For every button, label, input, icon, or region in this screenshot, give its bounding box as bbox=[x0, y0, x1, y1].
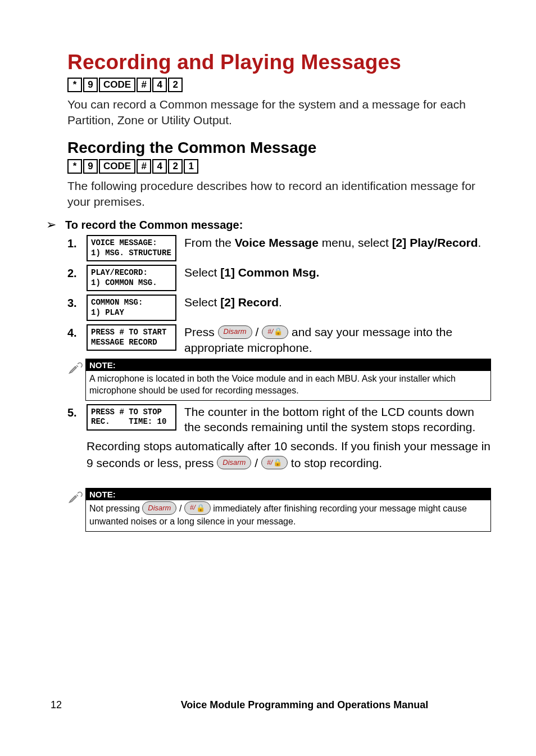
keypad-key: # bbox=[137, 78, 151, 92]
section-intro: The following procedure describes how to… bbox=[67, 178, 491, 210]
lcd-display: VOICE MESSAGE: 1) MSG. STRUCTURE bbox=[87, 235, 176, 261]
page-number: 12 bbox=[45, 699, 118, 711]
lcd-display: COMMON MSG: 1) PLAY bbox=[87, 295, 176, 321]
step-number: 2. bbox=[67, 265, 87, 280]
intro-text: You can record a Common message for the … bbox=[67, 97, 491, 129]
keypad-key: * bbox=[67, 159, 82, 174]
step-number: 3. bbox=[67, 295, 87, 310]
step-number: 4. bbox=[67, 324, 87, 339]
lcd-display: PLAY/RECORD: 1) COMMON MSG. bbox=[87, 265, 176, 291]
step-number: 1. bbox=[67, 235, 87, 250]
keypad-key: 2 bbox=[168, 159, 183, 174]
note-header: NOTE: bbox=[86, 488, 490, 500]
step-number: 5. bbox=[67, 404, 87, 419]
arrow-icon: ➢ bbox=[45, 219, 61, 231]
section-heading: Recording the Common Message bbox=[45, 139, 491, 157]
lcd-display: PRESS # TO STOP REC. TIME: 10 bbox=[87, 404, 176, 431]
hash-lock-button-icon: #/🔒 bbox=[261, 456, 288, 469]
step-5: 5. PRESS # TO STOP REC. TIME: 10 The cou… bbox=[67, 404, 491, 435]
step-4: 4. PRESS # TO START MESSAGE RECORD Press… bbox=[67, 324, 491, 355]
procedure-title: To record the Common message: bbox=[65, 219, 243, 232]
keypad-key: 9 bbox=[83, 78, 98, 92]
hash-lock-button-icon: #/🔒 bbox=[262, 325, 288, 339]
step-3: 3. COMMON MSG: 1) PLAY Select [2] Record… bbox=[67, 295, 491, 321]
lcd-display: PRESS # TO START MESSAGE RECORD bbox=[87, 324, 176, 351]
step-1: 1. VOICE MESSAGE: 1) MSG. STRUCTURE From… bbox=[67, 235, 491, 261]
step-text: Select [1] Common Msg. bbox=[184, 265, 491, 280]
note-icon bbox=[67, 359, 83, 374]
disarm-button-icon: Disarm bbox=[217, 456, 251, 469]
keypad-key: 2 bbox=[168, 78, 183, 92]
key-sequence-1: *9CODE#42 bbox=[67, 78, 491, 92]
page-title: Recording and Playing Messages bbox=[45, 51, 491, 74]
note-icon bbox=[67, 488, 83, 504]
keypad-key: 1 bbox=[184, 159, 198, 174]
step-text: The counter in the bottom right of the L… bbox=[184, 404, 491, 435]
hash-lock-button-icon: #/🔒 bbox=[184, 501, 211, 515]
disarm-button-icon: Disarm bbox=[142, 501, 176, 515]
step-text: From the Voice Message menu, select [2] … bbox=[184, 235, 491, 250]
disarm-button-icon: Disarm bbox=[218, 325, 252, 339]
footer-title: Voice Module Programming and Operations … bbox=[118, 699, 491, 711]
note-body: Not pressing Disarm / #/🔒 immediately af… bbox=[86, 500, 490, 531]
keypad-key: CODE bbox=[99, 159, 135, 174]
keypad-key: 9 bbox=[83, 159, 98, 174]
step-text: Press Disarm / #/🔒 and say your message … bbox=[184, 324, 491, 355]
keypad-key: 4 bbox=[152, 159, 167, 174]
note-header: NOTE: bbox=[86, 359, 490, 371]
keypad-key: # bbox=[137, 159, 151, 174]
continuation-text: Recording stops automatically after 10 s… bbox=[87, 438, 491, 471]
keypad-key: * bbox=[67, 78, 82, 92]
step-2: 2. PLAY/RECORD: 1) COMMON MSG. Select [1… bbox=[67, 265, 491, 291]
key-sequence-2: *9CODE#421 bbox=[67, 159, 491, 174]
note-body: A microphone is located in both the Voic… bbox=[86, 371, 490, 400]
step-text: Select [2] Record. bbox=[184, 295, 491, 310]
keypad-key: 4 bbox=[152, 78, 167, 92]
keypad-key: CODE bbox=[99, 78, 135, 92]
